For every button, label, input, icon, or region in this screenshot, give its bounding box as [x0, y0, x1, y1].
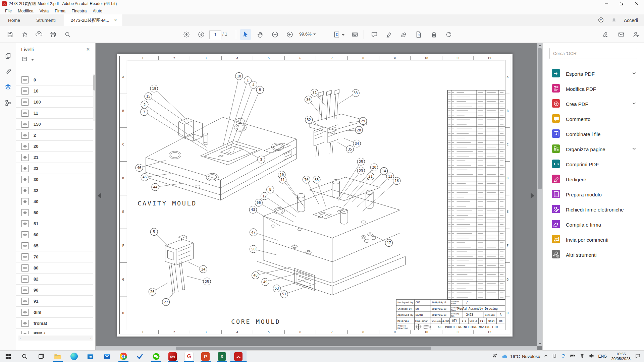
tools-search-input[interactable]	[549, 48, 637, 59]
zoom-out-icon[interactable]	[270, 29, 280, 40]
document-horizontal-scrollbar[interactable]	[96, 346, 537, 351]
export-file-icon[interactable]	[413, 29, 424, 40]
taskbar-start-icon[interactable]	[0, 351, 16, 362]
layer-row[interactable]: 40	[16, 196, 93, 207]
chevron-down-icon[interactable]	[632, 71, 637, 77]
wifi-icon[interactable]	[579, 353, 585, 360]
layer-visibility-eye-icon[interactable]	[21, 209, 29, 216]
layer-row[interactable]: 80	[16, 262, 93, 274]
layer-visibility-eye-icon[interactable]	[21, 132, 29, 139]
layer-row[interactable]: 50	[16, 207, 93, 218]
layer-visibility-eye-icon[interactable]	[21, 110, 29, 117]
menu-vista[interactable]: Vista	[37, 8, 52, 14]
layer-row[interactable]: 51	[16, 218, 93, 229]
tool-redigere[interactable]: Redigere	[543, 172, 644, 187]
print-icon[interactable]	[48, 29, 58, 40]
page-number-input[interactable]	[209, 31, 221, 39]
restore-button[interactable]	[614, 0, 629, 7]
tool-richiedi-firme-elettroniche[interactable]: Richiedi firme elettroniche	[543, 202, 644, 217]
layer-row[interactable]: 11	[16, 108, 93, 119]
reading-mode-icon[interactable]	[350, 29, 360, 40]
weather-widget[interactable]: 16°C Nuvoloso	[501, 353, 540, 360]
layer-visibility-eye-icon[interactable]	[21, 165, 29, 172]
taskbar-mail-icon[interactable]	[99, 351, 115, 362]
taskbar-wechat-icon[interactable]	[148, 351, 164, 362]
layer-visibility-eye-icon[interactable]	[21, 331, 29, 334]
next-page-icon[interactable]	[196, 29, 207, 40]
layer-visibility-eye-icon[interactable]	[21, 298, 29, 305]
menu-aiuto[interactable]: Aiuto	[90, 8, 105, 14]
previous-page-icon[interactable]	[181, 29, 192, 40]
tab-strumenti[interactable]: Strumenti	[28, 14, 64, 26]
layer-row[interactable]: 60	[16, 229, 93, 240]
tool-invia-per-commenti[interactable]: Invia per commenti	[543, 232, 644, 247]
your-phone-icon[interactable]	[552, 353, 557, 360]
fit-width-caret-icon[interactable]	[342, 34, 344, 36]
pdf-page[interactable]: 112233445566778899101011111212AABBCCDDEE…	[117, 54, 513, 337]
layer-row[interactable]: 30	[16, 174, 93, 185]
tab-home[interactable]: Home	[0, 14, 28, 26]
delete-pages-icon[interactable]	[429, 29, 439, 40]
taskbar-solidworks-icon[interactable]: SW	[164, 351, 181, 362]
taskbar-g-app-icon[interactable]: G	[181, 351, 197, 362]
layer-row[interactable]: 23	[16, 163, 93, 174]
sync-icon[interactable]	[561, 353, 566, 360]
rotate-icon[interactable]	[443, 29, 454, 40]
help-icon[interactable]: ?	[598, 17, 604, 24]
layer-row[interactable]: 图层 1	[16, 329, 93, 334]
layer-visibility-eye-icon[interactable]	[21, 253, 29, 260]
layer-visibility-eye-icon[interactable]	[21, 242, 29, 249]
next-page-arrow[interactable]	[531, 193, 534, 199]
taskbar-chrome-icon[interactable]	[115, 351, 131, 362]
layer-row[interactable]: 82	[16, 274, 93, 285]
tool-combinate-i-file[interactable]: Combinate i file	[543, 127, 644, 142]
chevron-down-icon[interactable]	[632, 101, 637, 107]
layer-row[interactable]: dim	[16, 307, 93, 318]
tab-close-icon[interactable]: ✕	[114, 18, 117, 22]
tool-esporta-pdf[interactable]: Esporta PDF	[543, 66, 644, 81]
layer-row[interactable]: fromat	[16, 318, 93, 329]
taskbar-check-app-icon[interactable]	[131, 351, 148, 362]
layers-icon[interactable]	[4, 82, 12, 91]
menu-firma[interactable]: Firma	[52, 8, 68, 14]
layer-row[interactable]: 91	[16, 296, 93, 307]
layer-row[interactable]: 20	[16, 141, 93, 152]
layer-visibility-eye-icon[interactable]	[21, 320, 29, 327]
page-thumbnails-icon[interactable]	[4, 52, 12, 60]
language-indicator[interactable]: ENG	[598, 354, 607, 359]
tool-prepara-modulo[interactable]: Prepara modulo	[543, 187, 644, 202]
taskbar-excel-icon[interactable]: X	[214, 351, 230, 362]
hand-tool-icon[interactable]	[255, 29, 266, 40]
taskbar-search-icon[interactable]	[16, 351, 33, 362]
model-tree-icon[interactable]	[4, 99, 12, 107]
panel-close-icon[interactable]: ✕	[86, 47, 90, 52]
layer-row[interactable]: 21	[16, 152, 93, 163]
layer-visibility-eye-icon[interactable]	[21, 87, 29, 95]
highlight-icon[interactable]	[384, 29, 394, 40]
document-vertical-scrollbar[interactable]	[537, 43, 542, 346]
tool-commento[interactable]: Commento	[543, 112, 644, 127]
layer-visibility-eye-icon[interactable]	[21, 231, 29, 238]
layer-visibility-eye-icon[interactable]	[21, 198, 29, 205]
close-button[interactable]	[629, 0, 644, 7]
previous-page-arrow[interactable]	[98, 193, 101, 199]
save-icon[interactable]	[5, 29, 15, 40]
fit-width-icon[interactable]	[331, 29, 342, 40]
tool-compila-e-firma[interactable]: Compila e firma	[543, 217, 644, 232]
taskbar-task-view-icon[interactable]	[33, 351, 49, 362]
layer-visibility-eye-icon[interactable]	[21, 154, 29, 161]
layer-row[interactable]: 90	[16, 285, 93, 296]
taskbar-explorer-icon[interactable]	[49, 351, 66, 362]
layer-row[interactable]: 150	[16, 119, 93, 130]
share-link-icon[interactable]	[600, 29, 610, 40]
clock[interactable]: 10:55 20/05/2023	[611, 352, 631, 361]
layer-visibility-eye-icon[interactable]	[21, 264, 29, 272]
layer-visibility-eye-icon[interactable]	[21, 187, 29, 194]
tray-chevron-icon[interactable]	[544, 354, 548, 359]
layer-visibility-eye-icon[interactable]	[21, 176, 29, 183]
attachments-icon[interactable]	[4, 67, 12, 76]
tool-comprimi-pdf[interactable]: Comprimi PDF	[543, 157, 644, 172]
taskbar-acrobat-icon[interactable]	[230, 351, 247, 362]
layer-row[interactable]: 10	[16, 85, 93, 97]
action-center-icon[interactable]	[635, 353, 641, 360]
